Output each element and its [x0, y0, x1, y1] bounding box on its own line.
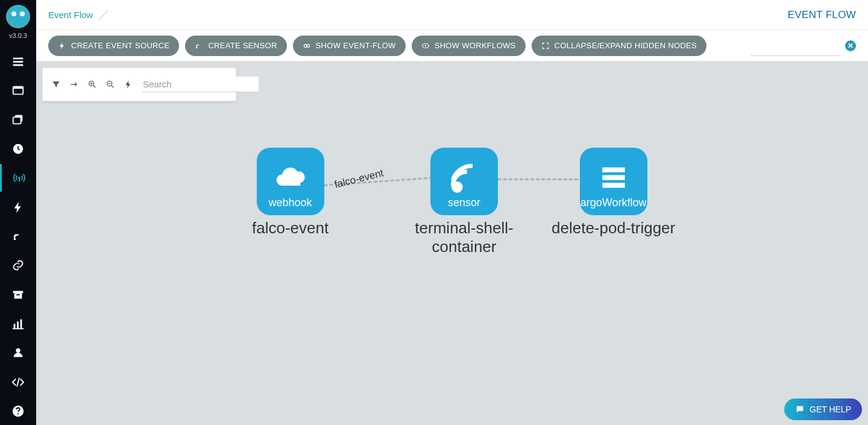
svg-rect-9 — [19, 178, 20, 182]
node-box: sensor — [430, 148, 498, 215]
breadcrumb-root[interactable]: Event Flow — [48, 10, 93, 20]
main-content: Event Flow ／ EVENT FLOW CREATE EVENT SOU… — [36, 0, 868, 425]
chat-icon — [795, 405, 805, 414]
svg-rect-30 — [602, 175, 624, 180]
sidebar-item-workflows[interactable] — [0, 48, 36, 75]
zoom-out-icon — [105, 80, 115, 89]
top-bar: Event Flow ／ EVENT FLOW — [36, 0, 868, 30]
button-label: SHOW EVENT-FLOW — [316, 41, 396, 50]
create-sensor-button[interactable]: CREATE SENSOR — [185, 36, 286, 56]
sidebar-item-api-docs[interactable] — [0, 368, 36, 395]
svg-rect-29 — [602, 168, 624, 172]
code-icon — [11, 376, 25, 389]
breadcrumb-separator: ／ — [98, 7, 110, 23]
svg-rect-14 — [14, 324, 16, 328]
graph-node-sensor[interactable]: sensor terminal-shell-container — [401, 148, 527, 256]
svg-point-20 — [17, 413, 19, 414]
svg-rect-2 — [13, 64, 24, 66]
button-label: COLLAPSE/EXPAND HIDDEN NODES — [555, 41, 697, 50]
zoom-in-button[interactable] — [87, 79, 97, 90]
stacked-windows-icon — [11, 113, 25, 126]
archive-icon — [11, 288, 25, 301]
sidebar-item-reports[interactable] — [0, 310, 36, 338]
filter-dropdown-button[interactable] — [51, 79, 61, 90]
svg-rect-15 — [17, 321, 19, 328]
svg-rect-11 — [13, 291, 24, 293]
satellite-icon — [195, 42, 203, 50]
svg-rect-1 — [13, 61, 24, 63]
sidebar-item-help[interactable] — [0, 397, 36, 425]
svg-point-22 — [304, 44, 307, 47]
node-box: webhook — [257, 148, 324, 215]
svg-rect-17 — [13, 328, 24, 329]
graph-node-workflow[interactable]: argoWorkflow delete-pod-trigger — [552, 148, 675, 238]
version-label: v3.0.3 — [9, 32, 27, 39]
bars-icon — [597, 160, 631, 194]
sidebar-item-cron[interactable] — [0, 135, 36, 163]
argo-logo — [6, 5, 30, 28]
filter-icon — [51, 80, 61, 89]
bar-chart-icon — [11, 317, 25, 330]
node-type-label: webhook — [269, 197, 312, 209]
user-icon — [11, 346, 25, 359]
svg-point-10 — [14, 238, 16, 241]
svg-point-18 — [16, 348, 20, 353]
sidebar-item-artifacts[interactable] — [0, 251, 36, 279]
svg-point-25 — [425, 45, 426, 46]
breadcrumb: Event Flow ／ — [48, 7, 110, 23]
svg-point-28 — [451, 181, 463, 193]
show-workflows-button[interactable]: SHOW WORKFLOWS — [412, 36, 526, 56]
svg-rect-31 — [602, 183, 624, 187]
button-label: CREATE SENSOR — [208, 41, 277, 50]
bolt-button[interactable] — [124, 79, 133, 90]
svg-rect-12 — [14, 293, 22, 298]
link-icon — [11, 259, 25, 272]
zoom-out-button[interactable] — [105, 79, 115, 90]
sidebar-item-templates[interactable] — [0, 105, 36, 133]
sidebar-item-sensors[interactable] — [0, 222, 36, 250]
sidebar-item-archive[interactable] — [0, 280, 36, 308]
graph-node-webhook[interactable]: webhook falco-event — [252, 148, 329, 238]
edge-label: falco-event — [333, 167, 385, 191]
search-input[interactable] — [142, 77, 259, 92]
sidebar-item-event-sources[interactable] — [0, 193, 36, 221]
create-event-source-button[interactable]: CREATE EVENT SOURCE — [48, 36, 179, 56]
eye-icon — [421, 42, 430, 50]
arrow-right-icon — [69, 80, 79, 89]
clear-filter-button[interactable]: ✕ — [845, 40, 856, 51]
node-type-label: sensor — [448, 197, 480, 209]
node-title: terminal-shell-container — [401, 219, 527, 256]
sidebar-item-user[interactable] — [0, 339, 36, 367]
bolt-icon — [124, 80, 133, 89]
graph-canvas[interactable]: falco-event webhook falco-event sensor t… — [36, 61, 868, 425]
zoom-in-icon — [87, 80, 97, 89]
svg-rect-6 — [13, 118, 21, 124]
node-title: delete-pod-trigger — [552, 219, 675, 238]
filter-panel — [42, 68, 236, 101]
sidebar-item-submit[interactable] — [0, 77, 36, 104]
show-event-flow-button[interactable]: SHOW EVENT-FLOW — [293, 36, 406, 56]
satellite-icon — [11, 230, 25, 243]
list-icon — [11, 55, 25, 68]
svg-rect-0 — [13, 57, 24, 59]
satellite-dish-icon — [447, 160, 481, 194]
bolt-icon — [58, 42, 66, 50]
toolbar: CREATE EVENT SOURCE CREATE SENSOR SHOW E… — [36, 30, 868, 61]
button-label: CREATE EVENT SOURCE — [71, 41, 169, 50]
button-label: SHOW WORKFLOWS — [435, 41, 516, 50]
button-label: GET HELP — [810, 405, 851, 414]
link-icon — [303, 42, 311, 50]
get-help-button[interactable]: GET HELP — [784, 398, 862, 420]
svg-rect-16 — [20, 320, 22, 329]
bolt-icon — [11, 201, 25, 214]
node-title: falco-event — [252, 219, 329, 238]
direction-button[interactable] — [69, 79, 79, 90]
sidebar-item-event-flow[interactable] — [0, 164, 36, 192]
collapse-expand-button[interactable]: COLLAPSE/EXPAND HIDDEN NODES — [532, 36, 706, 56]
clock-icon — [11, 142, 25, 156]
question-icon — [11, 405, 25, 418]
page-title: EVENT FLOW — [788, 9, 856, 21]
window-icon — [11, 84, 25, 97]
svg-rect-4 — [13, 87, 24, 89]
svg-point-23 — [307, 44, 310, 47]
